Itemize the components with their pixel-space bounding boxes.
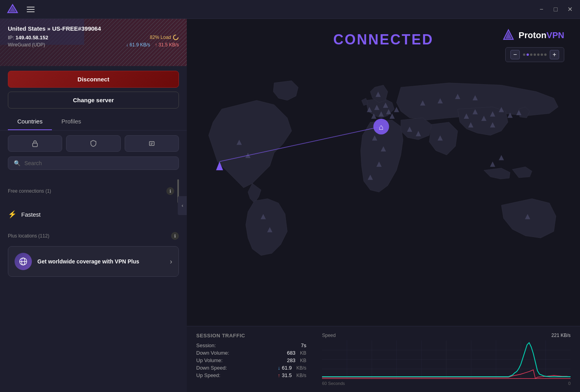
speed-peak-value: 221 KB/s: [551, 333, 571, 338]
fastest-icon: ⚡: [8, 210, 17, 219]
connection-info: United States » US-FREE#399064 IP: 149.4…: [8, 25, 179, 48]
up-speed-label: Up Speed:: [196, 372, 220, 378]
svg-rect-3: [33, 143, 37, 147]
up-volume-label: Up Volume:: [196, 357, 223, 363]
stats-panel: Session Traffic Session: 7s Down Volume:…: [187, 326, 580, 392]
left-panel: United States » US-FREE#399064 IP: 149.4…: [0, 19, 187, 392]
menu-button[interactable]: [25, 5, 36, 14]
plus-locations-label: Plus locations (112): [8, 233, 49, 239]
ip-row: IP: 149.40.58.152 82% Load: [8, 34, 179, 40]
up-volume-value: 283 KB: [287, 357, 306, 363]
down-arrow-icon: ↓: [278, 365, 280, 371]
zoom-out-button[interactable]: −: [510, 50, 520, 59]
plus-card-chevron: ›: [170, 258, 172, 266]
main-layout: United States » US-FREE#399064 IP: 149.4…: [0, 19, 580, 392]
connected-status: CONNECTED: [333, 31, 433, 48]
titlebar: − □ ✕: [0, 0, 580, 19]
fastest-label: Fastest: [21, 211, 41, 218]
zoom-pip-3: [530, 53, 532, 56]
protocol-row: WireGuard (UDP) ↓ 61.9 KB/s ↑ 31.5 KB/s: [8, 42, 179, 48]
proton-logo-icon: [6, 3, 19, 16]
download-speed: ↓ 61.9 KB/s: [126, 42, 150, 48]
down-volume-value: 683 KB: [287, 350, 306, 356]
down-volume-row: Down Volume: 683 KB: [196, 350, 306, 356]
right-panel: CONNECTED ProtonVPN −: [187, 19, 580, 392]
collapse-panel-button[interactable]: ‹: [178, 196, 187, 215]
down-speed-label: Down Speed:: [196, 365, 227, 371]
zoom-pip-6: [541, 53, 543, 56]
server-name: United States » US-FREE#399064: [8, 25, 179, 32]
speed-chart: [322, 340, 571, 379]
speed-chart-header: Speed 221 KB/s: [322, 333, 571, 338]
maximize-button[interactable]: □: [552, 6, 560, 13]
zoom-controls: − +: [505, 47, 564, 62]
zoom-track: [523, 53, 547, 56]
load-indicator: 82% Load: [150, 34, 179, 40]
filter-lock-button[interactable]: [8, 135, 62, 152]
upload-speed: ↑ 31.5 KB/s: [155, 42, 179, 48]
zoom-pip-5: [537, 53, 539, 56]
ip-label: IP: 149.40.58.152: [8, 35, 48, 40]
up-arrow-icon: ↑: [278, 372, 280, 378]
lock-icon: [31, 140, 39, 147]
plus-locations-info[interactable]: ℹ: [171, 232, 179, 240]
down-speed-value: ↓ 61.9 KB/s: [278, 365, 306, 371]
free-connections-header: Free connections (1) ℹ: [8, 176, 179, 206]
proton-brand-icon: [501, 28, 516, 42]
search-input[interactable]: [24, 160, 173, 166]
svg-point-10: [21, 259, 22, 261]
session-traffic: Session Traffic Session: 7s Down Volume:…: [196, 333, 306, 386]
fastest-item[interactable]: ⚡ Fastest: [8, 206, 179, 223]
down-speed-row: Down Speed: ↓ 61.9 KB/s: [196, 365, 306, 371]
plus-card-icon: [15, 253, 32, 270]
search-box: 🔍: [8, 156, 179, 170]
session-traffic-title: Session Traffic: [196, 333, 306, 339]
zoom-pip-7: [544, 53, 547, 56]
protocol-label: WireGuard (UDP): [8, 42, 45, 48]
speed-icon: [148, 140, 156, 147]
tab-bar: Countries Profiles: [0, 113, 187, 131]
free-connections-info[interactable]: ℹ: [166, 187, 174, 195]
speed-chart-area: Speed 221 KB/s: [322, 333, 571, 386]
close-button[interactable]: ✕: [566, 6, 574, 13]
speed-chart-svg: [322, 340, 571, 379]
free-connections-label: Free connections (1): [8, 188, 51, 194]
up-speed-row: Up Speed: ↑ 31.5 KB/s: [196, 372, 306, 378]
zoom-in-button[interactable]: +: [550, 50, 559, 59]
down-volume-label: Down Volume:: [196, 350, 229, 356]
filter-row: [0, 131, 187, 156]
filter-speed-button[interactable]: [125, 135, 179, 152]
change-server-button[interactable]: Change server: [8, 92, 179, 109]
zoom-pip-1: [523, 53, 525, 56]
up-speed-value: ↑ 31.5 KB/s: [278, 372, 306, 378]
up-volume-row: Up Volume: 283 KB: [196, 357, 306, 363]
session-row: Session: 7s: [196, 342, 306, 348]
proton-logo: ProtonVPN: [501, 28, 564, 42]
shield-icon: [89, 140, 97, 147]
svg-point-2: [173, 35, 178, 40]
plus-card[interactable]: Get worldwide coverage with VPN Plus ›: [8, 246, 179, 277]
tab-countries[interactable]: Countries: [8, 113, 52, 130]
disconnect-button[interactable]: Disconnect: [8, 71, 179, 88]
speeds: ↓ 61.9 KB/s ↑ 31.5 KB/s: [126, 42, 179, 48]
svg-rect-4: [149, 142, 154, 145]
time-start-label: 60 Seconds: [322, 381, 345, 386]
search-wrap: 🔍: [0, 156, 187, 175]
tab-profiles[interactable]: Profiles: [52, 113, 90, 130]
speed-chart-footer: 60 Seconds 0: [322, 381, 571, 386]
speed-label: Speed: [322, 333, 336, 338]
map-area: CONNECTED ProtonVPN −: [187, 19, 580, 326]
search-icon: 🔍: [14, 160, 20, 166]
filter-shield-button[interactable]: [66, 135, 120, 152]
window-controls: − □ ✕: [538, 6, 574, 13]
plus-card-text: Get worldwide coverage with VPN Plus: [37, 258, 164, 265]
connection-header: United States » US-FREE#399064 IP: 149.4…: [0, 19, 187, 66]
zoom-pip-2: [527, 53, 529, 56]
plus-locations-header: Plus locations (112) ℹ: [8, 229, 179, 243]
session-value: 7s: [301, 342, 306, 348]
session-label: Session:: [196, 342, 216, 348]
proton-logo-text: ProtonVPN: [519, 30, 564, 40]
minimize-button[interactable]: −: [538, 6, 545, 13]
plus-card-title: Get worldwide coverage with VPN Plus: [37, 258, 164, 265]
time-end-label: 0: [568, 381, 571, 386]
